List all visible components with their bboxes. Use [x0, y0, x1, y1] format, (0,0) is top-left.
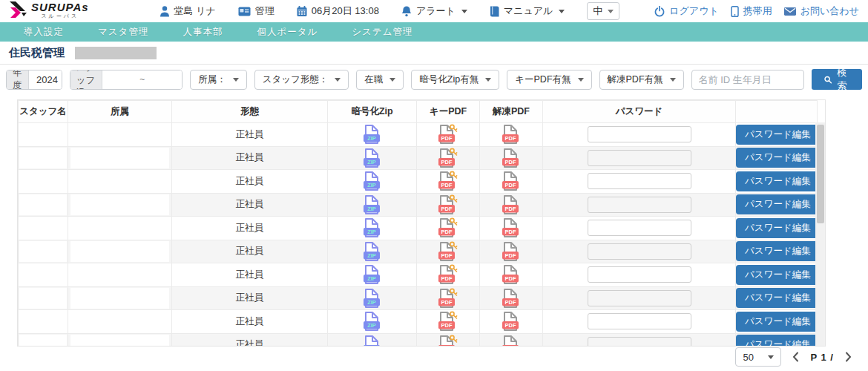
key-pdf-file-icon[interactable]: PDF [438, 264, 458, 285]
zip-filter-label: 暗号化Zip有無 [419, 73, 479, 86]
nav-item-master[interactable]: マスタ管理 [98, 26, 148, 39]
redacted-staff-name [19, 335, 66, 347]
svg-text:ZIP: ZIP [367, 135, 376, 142]
main-nav: 導入設定 マスタ管理 人事本部 個人ポータル システム管理 [0, 22, 868, 42]
key-pdf-filter-dropdown[interactable]: キーPDF有無 [507, 70, 591, 90]
encrypted-zip-file-icon[interactable]: ZIP [363, 288, 382, 309]
key-pdf-file-icon[interactable]: PDF [438, 124, 458, 145]
staff-id-to-input[interactable] [146, 70, 182, 89]
unzipped-pdf-file-icon[interactable]: PDF [502, 194, 521, 215]
nav-item-hr[interactable]: 人事本部 [183, 26, 223, 39]
svg-text:PDF: PDF [505, 252, 516, 259]
encrypted-zip-file-icon[interactable]: ZIP [363, 311, 382, 332]
manual-menu[interactable]: マニュアル [490, 4, 565, 18]
encrypted-zip-file-icon[interactable]: ZIP [363, 217, 382, 238]
svg-text:PDF: PDF [441, 346, 452, 347]
bell-icon [401, 6, 412, 17]
unzipped-pdf-file-icon[interactable]: PDF [502, 217, 521, 238]
key-pdf-file-icon[interactable]: PDF [438, 241, 458, 262]
svg-text:PDF: PDF [505, 206, 516, 212]
nav-item-setup[interactable]: 導入設定 [24, 26, 64, 39]
password-field[interactable] [588, 220, 691, 236]
key-pdf-file-icon[interactable]: PDF [438, 171, 458, 191]
redacted-department [70, 241, 169, 262]
table-scrollbar-track[interactable] [815, 122, 825, 346]
app-logo[interactable]: SURUPAs スルーパス [9, 1, 89, 19]
unzipped-pdf-file-icon[interactable]: PDF [502, 335, 521, 347]
alert-menu[interactable]: アラート [401, 4, 467, 18]
password-field[interactable] [588, 290, 691, 306]
encrypted-zip-file-icon[interactable]: ZIP [363, 124, 382, 145]
staff-type-filter-dropdown[interactable]: スタッフ形態： [254, 70, 349, 90]
unzipped-pdf-file-icon[interactable]: PDF [502, 311, 521, 332]
keyword-search-input[interactable] [691, 70, 804, 90]
password-field[interactable] [588, 126, 691, 142]
edit-password-button[interactable]: パスワード編集 [736, 218, 818, 238]
encrypted-zip-file-icon[interactable]: ZIP [363, 241, 382, 262]
prev-page-button[interactable] [792, 352, 799, 362]
key-pdf-file-icon[interactable]: PDF [438, 288, 458, 309]
key-pdf-file-icon[interactable]: PDF [438, 194, 458, 215]
table-scrollbar-thumb[interactable] [817, 125, 824, 223]
table-row: 正社員 ZIP [19, 240, 818, 263]
encrypted-zip-file-icon[interactable]: ZIP [363, 335, 382, 347]
staff-id-input-group: スタッフID ~ [70, 70, 183, 90]
staff-table: スタッフ名 所属 形態 暗号化Zip キーPDF 解凍PDF パスワード 正社員 [18, 100, 818, 347]
zip-filter-dropdown[interactable]: 暗号化Zip有無 [411, 70, 499, 90]
nav-item-system[interactable]: システム管理 [352, 26, 412, 39]
key-pdf-file-icon[interactable]: PDF [438, 335, 458, 347]
department-filter-dropdown[interactable]: 所属： [190, 70, 247, 90]
encrypted-zip-file-icon[interactable]: ZIP [363, 171, 382, 191]
font-size-select[interactable]: 中 [587, 2, 619, 20]
edit-password-button[interactable]: パスワード編集 [736, 125, 818, 145]
year-input[interactable] [29, 70, 62, 89]
encrypted-zip-file-icon[interactable]: ZIP [363, 148, 382, 168]
redacted-department [70, 194, 169, 215]
password-field[interactable] [588, 243, 691, 260]
password-field[interactable] [588, 337, 691, 347]
redacted-staff-name [19, 124, 66, 145]
password-field[interactable] [588, 173, 691, 189]
edit-password-button[interactable]: パスワード編集 [736, 312, 818, 332]
edit-password-button[interactable]: パスワード編集 [736, 171, 818, 191]
unzip-pdf-filter-dropdown[interactable]: 解凍PDF有無 [599, 70, 684, 90]
key-pdf-file-icon[interactable]: PDF [438, 311, 458, 332]
password-field[interactable] [588, 150, 691, 166]
edit-password-button[interactable]: パスワード編集 [736, 241, 818, 261]
password-field[interactable] [588, 197, 691, 213]
page-size-select[interactable]: 50 [735, 347, 781, 367]
password-field[interactable] [588, 266, 691, 283]
unzipped-pdf-file-icon[interactable]: PDF [502, 148, 521, 168]
logout-link[interactable]: ログアウト [654, 4, 719, 18]
staff-id-label: スタッフID [70, 70, 102, 89]
password-field[interactable] [588, 313, 691, 329]
unzipped-pdf-file-icon[interactable]: PDF [502, 288, 521, 309]
unzipped-pdf-file-icon[interactable]: PDF [502, 171, 521, 191]
unzipped-pdf-file-icon[interactable]: PDF [502, 241, 521, 262]
employment-filter-dropdown[interactable]: 在職 [356, 70, 404, 90]
unzipped-pdf-file-icon[interactable]: PDF [502, 124, 521, 145]
redacted-department [70, 335, 169, 347]
datetime-text: 06月20日 13:08 [312, 4, 379, 18]
unzipped-pdf-file-icon[interactable]: PDF [502, 264, 521, 285]
col-unzip-pdf: 解凍PDF [480, 101, 543, 123]
staff-id-from-input[interactable] [102, 70, 138, 89]
edit-password-button[interactable]: パスワード編集 [736, 288, 818, 308]
key-pdf-file-icon[interactable]: PDF [438, 148, 458, 168]
edit-password-button[interactable]: パスワード編集 [736, 335, 818, 347]
department-filter-label: 所属： [198, 73, 226, 86]
nav-item-portal[interactable]: 個人ポータル [257, 26, 318, 39]
edit-password-button[interactable]: パスワード編集 [736, 194, 818, 214]
next-page-button[interactable] [845, 352, 852, 362]
col-actions [736, 101, 818, 123]
key-pdf-file-icon[interactable]: PDF [438, 217, 458, 238]
edit-password-button[interactable]: パスワード編集 [736, 265, 818, 285]
search-button[interactable]: 検索 [812, 69, 862, 90]
mobile-link[interactable]: 携帯用 [731, 4, 772, 18]
staff-type-value: 正社員 [236, 152, 264, 162]
encrypted-zip-file-icon[interactable]: ZIP [363, 194, 382, 215]
unzip-pdf-filter-label: 解凍PDF有無 [608, 73, 663, 86]
encrypted-zip-file-icon[interactable]: ZIP [363, 264, 382, 285]
edit-password-button[interactable]: パスワード編集 [736, 148, 818, 168]
contact-link[interactable]: お問い合わせ [784, 4, 859, 18]
